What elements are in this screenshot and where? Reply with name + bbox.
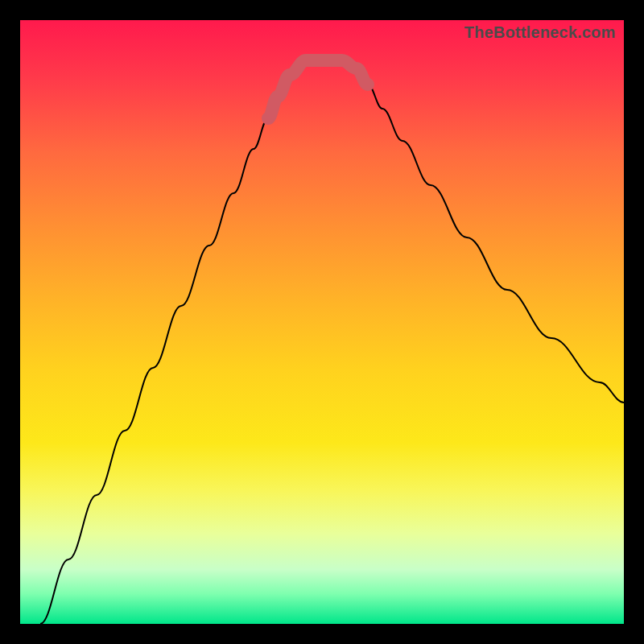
chart-area: TheBottleneck.com (20, 20, 624, 624)
chart-svg (20, 20, 624, 624)
bottleneck-marker (268, 60, 368, 118)
bottleneck-curve (40, 60, 624, 624)
